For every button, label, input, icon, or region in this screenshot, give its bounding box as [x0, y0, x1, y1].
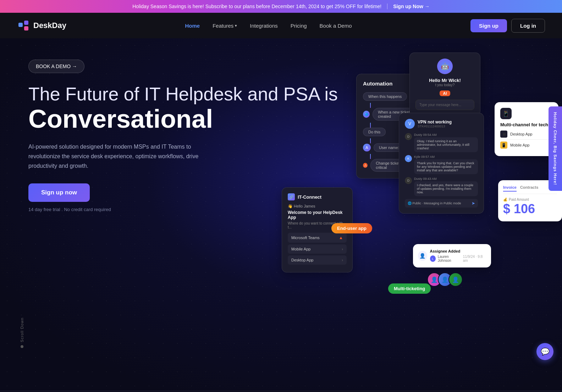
- itconnect-logo-icon: 🔗: [288, 193, 295, 200]
- auto-connector-3: [370, 154, 371, 159]
- scroll-dot: [21, 345, 23, 348]
- invoice-tab-invoice[interactable]: Invoice: [503, 185, 517, 192]
- hero-title: The Future of IT Helpdesk and PSA is Con…: [28, 83, 534, 133]
- book-demo-pill[interactable]: BOOK A DEMO →: [28, 60, 84, 73]
- vpn-msg-sender-1: Kyle 09:57 AM: [414, 155, 478, 159]
- svg-rect-1: [18, 23, 23, 27]
- svg-rect-3: [24, 26, 28, 31]
- ai-chat-greeting: Hello Mr Wick!: [415, 78, 474, 83]
- assignee-title: Assignee Added: [430, 249, 486, 253]
- banner-divider: [387, 4, 387, 9]
- assignee-info: L Lauren Johnson 11/9/24 · 9:8 am: [430, 255, 486, 263]
- vpn-msg-sender-0: Dusty 09:54 AM: [414, 133, 478, 137]
- itconnect-title: IT-Connect: [298, 194, 321, 200]
- chat-fab-icon: 💬: [541, 347, 550, 356]
- vpn-msg-2: D Dusty 09:43 AM I checked, and yes, the…: [405, 177, 478, 196]
- invoice-label: 💰 Paid Amount: [503, 198, 557, 201]
- scroll-down: Scroll Down: [20, 318, 24, 348]
- avatar-cluster: 👤 👤 👤: [427, 272, 463, 287]
- mc-item-1[interactable]: 📱 Mobile App: [500, 140, 553, 150]
- hero-title-line2: Conversational: [28, 105, 534, 133]
- hero-trial-text: 14 day free trial . No credit card requi…: [28, 207, 534, 212]
- nav-book-demo[interactable]: Book a Demo: [320, 23, 352, 29]
- hero-title-line1: The Future of IT Helpdesk and PSA is: [28, 83, 534, 105]
- hero-section: BOOK A DEMO → The Future of IT Helpdesk …: [0, 38, 562, 391]
- vpn-msg-avatar-0: D: [405, 133, 412, 140]
- nav-login-button[interactable]: Log in: [511, 19, 545, 33]
- itconnect-item-0[interactable]: Microsoft Teams ▲: [288, 233, 347, 243]
- vpn-msg-1: K Kyle 09:57 AM Thank you for trying tha…: [405, 155, 478, 174]
- assignee-icon: 👤: [418, 251, 427, 261]
- banner-cta[interactable]: Sign up Now →: [393, 4, 430, 9]
- vpn-msg-text-2: I checked, and yes, there were a couple …: [414, 181, 478, 196]
- nav-integrations[interactable]: Integrations: [250, 23, 277, 29]
- logo[interactable]: DeskDay: [17, 19, 66, 32]
- vpn-msg-avatar-2: D: [405, 177, 412, 184]
- assignee-card: 👤 Assignee Added L Lauren Johnson 11/9/2…: [413, 244, 491, 267]
- auto-critical-dot: ⚠: [363, 163, 368, 168]
- auto-connector-2: [370, 138, 371, 143]
- cluster-avatar-2: 👤: [448, 272, 463, 287]
- hero-description: AI-powered solution designed for modern …: [28, 142, 199, 171]
- ai-avatar: 🤖: [437, 59, 453, 74]
- vpn-msg-text-0: Okay, I tried running it as an administr…: [414, 137, 478, 152]
- nav-home[interactable]: Home: [185, 23, 200, 29]
- nav-links: Home Features ▾ Integrations Pricing Boo…: [185, 23, 352, 29]
- scroll-down-text: Scroll Down: [20, 318, 24, 342]
- logo-text: DeskDay: [33, 21, 66, 30]
- auto-user-avatar: A: [363, 144, 371, 151]
- hero-signup-button[interactable]: Sign up now: [28, 183, 90, 202]
- nav-signup-button[interactable]: Sign up: [470, 19, 507, 32]
- svg-rect-2: [24, 21, 28, 25]
- navbar: DeskDay Home Features ▾ Integrations Pri…: [0, 13, 562, 38]
- multi-ticketing-badge: Multi-ticketing: [388, 283, 431, 294]
- assignee-avatar: L: [430, 255, 436, 262]
- end-user-badge: End-user app: [331, 223, 372, 233]
- nav-features[interactable]: Features ▾: [213, 23, 237, 29]
- itconnect-item-2[interactable]: Desktop App ›: [288, 255, 347, 265]
- nav-actions: Sign up Log in: [470, 19, 545, 33]
- chat-fab[interactable]: 💬: [536, 343, 553, 360]
- vpn-public-bar: 🌐 Public · Messaging in Public mode ➤: [405, 199, 478, 208]
- nav-pricing[interactable]: Pricing: [291, 23, 307, 29]
- top-banner: Holiday Season Savings is here! Subscrib…: [0, 0, 562, 13]
- itconnect-item-1[interactable]: Mobile App ›: [288, 244, 347, 254]
- mc-item-icon-1: 📱: [500, 142, 507, 149]
- logo-icon: [17, 19, 30, 32]
- side-panel[interactable]: Holiday Cheer, Big Savings Here!: [549, 106, 562, 191]
- vpn-msg-text-1: Thank you for trying that. Can you check…: [414, 159, 478, 174]
- vpn-msg-0: D Dusty 09:54 AM Okay, I tried running i…: [405, 133, 478, 152]
- invoice-tab-contracts[interactable]: Contracts: [520, 185, 538, 192]
- banner-text: Holiday Season Savings is here! Subscrib…: [132, 4, 381, 9]
- vpn-msg-sender-2: Dusty 09:43 AM: [414, 177, 478, 181]
- vpn-msg-avatar-1: K: [405, 155, 412, 162]
- featured-bar: ⭐ Featured Customers: [0, 391, 562, 392]
